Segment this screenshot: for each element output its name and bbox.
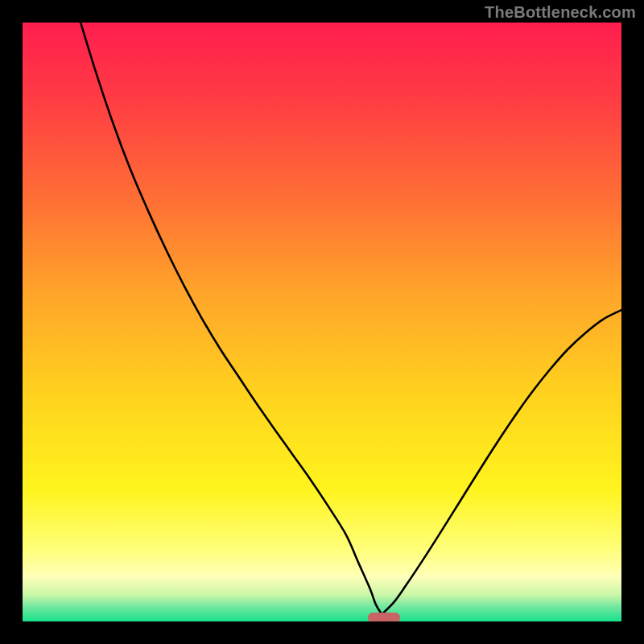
minimum-marker bbox=[368, 613, 401, 621]
curve-left-branch bbox=[80, 23, 382, 614]
chart-frame: TheBottleneck.com bbox=[0, 0, 644, 644]
plot-area bbox=[23, 23, 621, 621]
bottleneck-curve bbox=[23, 23, 621, 621]
curve-right-branch bbox=[382, 310, 621, 614]
site-attribution: TheBottleneck.com bbox=[485, 3, 636, 22]
